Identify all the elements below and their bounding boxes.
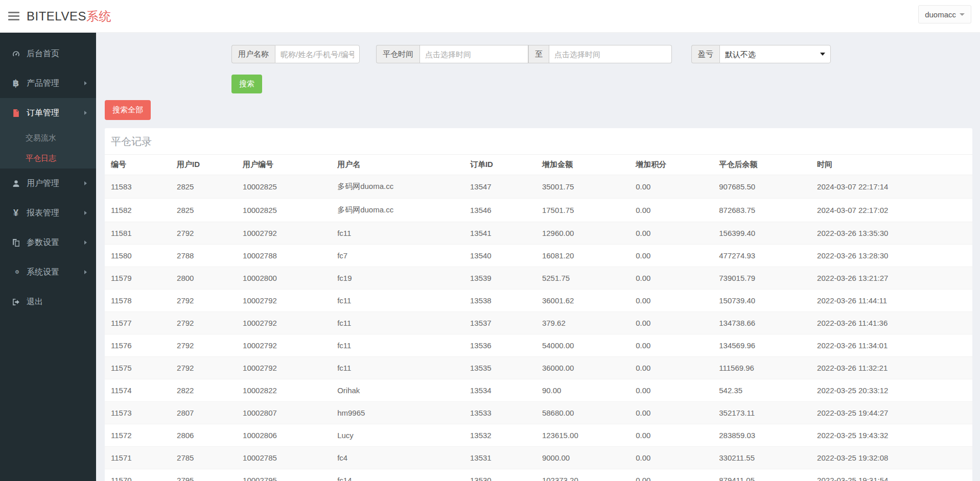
table-cell: 10002792 — [237, 312, 331, 334]
table-cell: 13535 — [464, 357, 536, 379]
sidebar-item-users[interactable]: 用户管理 — [0, 169, 96, 198]
sidebar-subitem-transactions[interactable]: 交易流水 — [0, 128, 96, 148]
table-cell: fc11 — [331, 334, 464, 357]
table-cell: 13540 — [464, 245, 536, 267]
sidebar-item-label: 系统设置 — [27, 267, 59, 278]
table-cell: 2022-03-25 19:31:54 — [811, 469, 972, 481]
table-cell: 11580 — [105, 245, 171, 267]
sidebar-item-reports[interactable]: ¥ 报表管理 — [0, 198, 96, 228]
sidebar-item-products[interactable]: ฿ 产品管理 — [0, 68, 96, 98]
table-cell: 11583 — [105, 175, 171, 199]
table-cell: 90.00 — [536, 379, 629, 402]
table-cell: 2022-03-26 11:32:21 — [811, 357, 972, 379]
table-cell: 2788 — [171, 245, 237, 267]
table-cell: 58680.00 — [536, 402, 629, 424]
app-logo[interactable]: BITELVES系统 — [27, 8, 111, 25]
table-cell: 0.00 — [629, 357, 713, 379]
sidebar-item-logout[interactable]: 退出 — [0, 287, 96, 317]
table-cell: 11578 — [105, 290, 171, 312]
table-cell: 0.00 — [629, 245, 713, 267]
table-cell: fc11 — [331, 357, 464, 379]
table-cell: 0.00 — [629, 334, 713, 357]
top-header: BITELVES系统 duomacc — [0, 0, 980, 33]
filter-closetime-group: 平仓时间 至 — [376, 45, 672, 63]
profitloss-select[interactable]: 默认不选 — [719, 45, 831, 63]
table-cell: 0.00 — [629, 267, 713, 290]
brand-suffix: 系统 — [86, 9, 111, 23]
table-cell: 13547 — [464, 175, 536, 199]
sidebar-item-dashboard[interactable]: 后台首页 — [0, 39, 96, 68]
table-cell: 2024-03-07 22:17:02 — [811, 199, 972, 222]
table-row: 11574282210002822Orihak1353490.000.00542… — [105, 379, 972, 402]
table-cell: 879411.05 — [713, 469, 811, 481]
sidebar-item-parameters[interactable]: 参数设置 — [0, 228, 96, 257]
sidebar-item-system[interactable]: ⚙⚙ 系统设置 — [0, 257, 96, 287]
table-cell: 10002788 — [237, 245, 331, 267]
sidebar-item-orders[interactable]: 订单管理 — [0, 98, 96, 128]
table-cell: 10002807 — [237, 402, 331, 424]
table-cell: 2022-03-26 13:35:30 — [811, 222, 972, 245]
table-cell: 多码网duoma.cc — [331, 175, 464, 199]
table-cell: 10002792 — [237, 222, 331, 245]
table-cell: 352173.11 — [713, 402, 811, 424]
user-icon — [10, 179, 21, 188]
table-cell: 2825 — [171, 199, 237, 222]
closetime-start-input[interactable] — [419, 45, 528, 63]
table-cell: fc14 — [331, 469, 464, 481]
search-all-button[interactable]: 搜索全部 — [105, 100, 151, 120]
brand-name: BITELVES — [27, 9, 86, 23]
username-input[interactable] — [275, 45, 360, 63]
table-cell: 2792 — [171, 222, 237, 245]
table-cell: 2024-03-07 22:17:14 — [811, 175, 972, 199]
table-cell: 2807 — [171, 402, 237, 424]
hamburger-menu-icon[interactable] — [8, 10, 19, 22]
table-row: 11575279210002792fc111353536000.000.0011… — [105, 357, 972, 379]
table-row: 11580278810002788fc71354016081.200.00477… — [105, 245, 972, 267]
table-cell: fc11 — [331, 222, 464, 245]
table-row: 11572280610002806Lucy13532123615.000.002… — [105, 424, 972, 447]
table-cell: 2022-03-26 13:21:27 — [811, 267, 972, 290]
table-row: 11576279210002792fc111353654000.000.0013… — [105, 334, 972, 357]
sidebar-subitem-label: 平仓日志 — [26, 154, 56, 163]
table-cell: 283859.03 — [713, 424, 811, 447]
search-button[interactable]: 搜索 — [231, 75, 262, 93]
table-cell: 2022-03-26 11:34:01 — [811, 334, 972, 357]
sidebar-group-orders: 订单管理 交易流水 平仓日志 — [0, 98, 96, 169]
yen-icon: ¥ — [10, 208, 21, 218]
table-cell: 35001.75 — [536, 175, 629, 199]
table-cell: 379.62 — [536, 312, 629, 334]
records-panel: 平仓记录 编号用户ID用户编号用户名订单ID增加金额增加积分平仓后余额时间 11… — [105, 128, 972, 481]
table-cell: 872683.75 — [713, 199, 811, 222]
table-cell: 13530 — [464, 469, 536, 481]
table-row: 11583282510002825多码网duoma.cc1354735001.7… — [105, 175, 972, 199]
sidebar-item-label: 订单管理 — [27, 108, 59, 118]
table-cell: 0.00 — [629, 424, 713, 447]
table-cell: 0.00 — [629, 175, 713, 199]
closetime-end-input[interactable] — [549, 45, 672, 63]
search-all-row: 搜索全部 — [105, 100, 980, 120]
table-cell: 13536 — [464, 334, 536, 357]
table-cell: 多码网duoma.cc — [331, 199, 464, 222]
table-cell: 2022-03-26 13:28:30 — [811, 245, 972, 267]
sidebar-subitem-close-log[interactable]: 平仓日志 — [0, 148, 96, 169]
bitcoin-icon: ฿ — [10, 79, 21, 88]
table-cell: 2795 — [171, 469, 237, 481]
table-cell: 2022-03-25 19:43:32 — [811, 424, 972, 447]
table-cell: 13539 — [464, 267, 536, 290]
column-header: 用户编号 — [237, 155, 331, 175]
table-cell: 54000.00 — [536, 334, 629, 357]
chevron-right-icon — [84, 81, 87, 85]
signout-icon — [10, 297, 21, 306]
table-cell: 2800 — [171, 267, 237, 290]
filter-username-group: 用户名称 — [231, 45, 360, 63]
table-cell: 13538 — [464, 290, 536, 312]
closetime-filter-label: 平仓时间 — [376, 45, 419, 63]
table-cell: 0.00 — [629, 402, 713, 424]
table-cell: 10002825 — [237, 199, 331, 222]
table-cell: 102373.20 — [536, 469, 629, 481]
chevron-right-icon — [84, 111, 87, 115]
table-cell: 0.00 — [629, 469, 713, 481]
table-cell: 13531 — [464, 447, 536, 469]
user-menu-dropdown[interactable]: duomacc — [918, 5, 971, 23]
table-row: 11570279510002795fc1413530102373.200.008… — [105, 469, 972, 481]
